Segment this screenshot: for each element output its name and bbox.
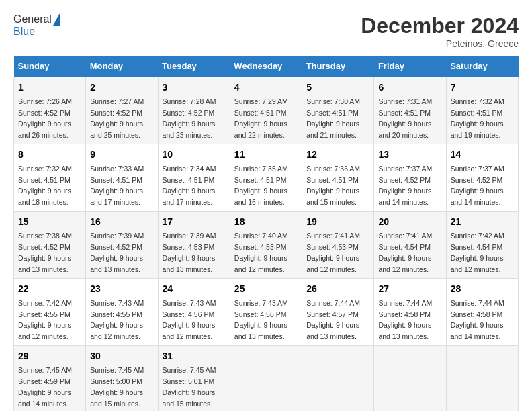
day-number: 1 (18, 81, 81, 95)
day-number: 18 (234, 215, 298, 229)
day-info: Sunrise: 7:32 AM Sunset: 4:51 PM Dayligh… (18, 165, 72, 206)
day-number: 2 (90, 81, 153, 95)
day-info: Sunrise: 7:28 AM Sunset: 4:52 PM Dayligh… (163, 97, 216, 139)
day-number: 13 (378, 148, 441, 162)
day-info: Sunrise: 7:45 AM Sunset: 5:00 PM Dayligh… (90, 366, 144, 408)
calendar-week-row: 1 Sunrise: 7:26 AM Sunset: 4:52 PM Dayli… (14, 77, 519, 144)
calendar-table: Sunday Monday Tuesday Wednesday Thursday… (13, 56, 519, 411)
day-info: Sunrise: 7:42 AM Sunset: 4:54 PM Dayligh… (451, 232, 504, 273)
calendar-week-row: 8 Sunrise: 7:32 AM Sunset: 4:51 PM Dayli… (14, 144, 519, 212)
table-row: 18 Sunrise: 7:40 AM Sunset: 4:53 PM Dayl… (230, 212, 302, 279)
day-info: Sunrise: 7:41 AM Sunset: 4:54 PM Dayligh… (378, 232, 432, 273)
day-info: Sunrise: 7:39 AM Sunset: 4:52 PM Dayligh… (90, 232, 144, 273)
table-row: 9 Sunrise: 7:33 AM Sunset: 4:51 PM Dayli… (86, 144, 158, 212)
day-info: Sunrise: 7:32 AM Sunset: 4:51 PM Dayligh… (451, 97, 504, 139)
day-info: Sunrise: 7:33 AM Sunset: 4:51 PM Dayligh… (90, 165, 144, 206)
day-info: Sunrise: 7:40 AM Sunset: 4:53 PM Dayligh… (234, 232, 288, 273)
day-info: Sunrise: 7:44 AM Sunset: 4:57 PM Dayligh… (306, 299, 360, 340)
day-number: 28 (451, 282, 514, 296)
day-info: Sunrise: 7:29 AM Sunset: 4:51 PM Dayligh… (234, 97, 288, 139)
table-row: 23 Sunrise: 7:43 AM Sunset: 4:55 PM Dayl… (86, 279, 158, 346)
day-number: 22 (18, 282, 81, 296)
col-tuesday: Tuesday (158, 56, 230, 77)
table-row: 4 Sunrise: 7:29 AM Sunset: 4:51 PM Dayli… (230, 77, 302, 144)
table-row: 16 Sunrise: 7:39 AM Sunset: 4:52 PM Dayl… (86, 212, 158, 279)
day-number: 29 (18, 349, 81, 363)
table-row: 26 Sunrise: 7:44 AM Sunset: 4:57 PM Dayl… (302, 279, 374, 346)
table-row: 29 Sunrise: 7:45 AM Sunset: 4:59 PM Dayl… (14, 346, 86, 412)
day-number: 23 (90, 282, 153, 296)
calendar-week-row: 22 Sunrise: 7:42 AM Sunset: 4:55 PM Dayl… (14, 279, 519, 346)
table-row: 3 Sunrise: 7:28 AM Sunset: 4:52 PM Dayli… (158, 77, 230, 144)
day-info: Sunrise: 7:42 AM Sunset: 4:55 PM Dayligh… (18, 299, 72, 340)
day-number: 14 (451, 148, 514, 162)
day-info: Sunrise: 7:37 AM Sunset: 4:52 PM Dayligh… (451, 165, 504, 206)
table-row: 12 Sunrise: 7:36 AM Sunset: 4:51 PM Dayl… (302, 144, 374, 212)
day-info: Sunrise: 7:38 AM Sunset: 4:52 PM Dayligh… (18, 232, 72, 273)
day-info: Sunrise: 7:30 AM Sunset: 4:51 PM Dayligh… (306, 97, 360, 139)
table-row (230, 346, 302, 412)
table-row: 20 Sunrise: 7:41 AM Sunset: 4:54 PM Dayl… (374, 212, 446, 279)
table-row (302, 346, 374, 412)
day-info: Sunrise: 7:36 AM Sunset: 4:51 PM Dayligh… (306, 165, 360, 206)
day-number: 24 (163, 282, 226, 296)
logo-blue-text: Blue (13, 26, 35, 38)
table-row: 19 Sunrise: 7:41 AM Sunset: 4:53 PM Dayl… (302, 212, 374, 279)
day-number: 4 (234, 81, 298, 95)
day-number: 6 (378, 81, 441, 95)
day-number: 16 (90, 215, 153, 229)
day-info: Sunrise: 7:43 AM Sunset: 4:56 PM Dayligh… (163, 299, 216, 340)
day-info: Sunrise: 7:41 AM Sunset: 4:53 PM Dayligh… (306, 232, 360, 273)
table-row: 25 Sunrise: 7:43 AM Sunset: 4:56 PM Dayl… (230, 279, 302, 346)
day-number: 10 (163, 148, 226, 162)
col-friday: Friday (374, 56, 446, 77)
day-info: Sunrise: 7:27 AM Sunset: 4:52 PM Dayligh… (90, 97, 144, 139)
table-row: 7 Sunrise: 7:32 AM Sunset: 4:51 PM Dayli… (446, 77, 518, 144)
table-row: 17 Sunrise: 7:39 AM Sunset: 4:53 PM Dayl… (158, 212, 230, 279)
table-row: 28 Sunrise: 7:44 AM Sunset: 4:58 PM Dayl… (446, 279, 518, 346)
table-row: 8 Sunrise: 7:32 AM Sunset: 4:51 PM Dayli… (14, 144, 86, 212)
day-number: 27 (378, 282, 441, 296)
day-info: Sunrise: 7:45 AM Sunset: 5:01 PM Dayligh… (163, 366, 216, 408)
day-info: Sunrise: 7:44 AM Sunset: 4:58 PM Dayligh… (378, 299, 432, 340)
day-number: 11 (234, 148, 298, 162)
table-row: 24 Sunrise: 7:43 AM Sunset: 4:56 PM Dayl… (158, 279, 230, 346)
day-number: 21 (451, 215, 514, 229)
table-row: 5 Sunrise: 7:30 AM Sunset: 4:51 PM Dayli… (302, 77, 374, 144)
col-thursday: Thursday (302, 56, 374, 77)
location-text: Peteinos, Greece (361, 38, 519, 49)
day-number: 26 (306, 282, 369, 296)
month-title: December 2024 (361, 13, 519, 38)
day-info: Sunrise: 7:26 AM Sunset: 4:52 PM Dayligh… (18, 97, 72, 139)
table-row: 13 Sunrise: 7:37 AM Sunset: 4:52 PM Dayl… (374, 144, 446, 212)
day-number: 5 (306, 81, 369, 95)
day-info: Sunrise: 7:43 AM Sunset: 4:56 PM Dayligh… (234, 299, 288, 340)
day-info: Sunrise: 7:39 AM Sunset: 4:53 PM Dayligh… (163, 232, 216, 273)
page-header: General Blue December 2024 Peteinos, Gre… (13, 13, 519, 49)
day-number: 12 (306, 148, 369, 162)
day-number: 15 (18, 215, 81, 229)
col-sunday: Sunday (14, 56, 86, 77)
day-info: Sunrise: 7:43 AM Sunset: 4:55 PM Dayligh… (90, 299, 144, 340)
table-row: 15 Sunrise: 7:38 AM Sunset: 4:52 PM Dayl… (14, 212, 86, 279)
table-row: 2 Sunrise: 7:27 AM Sunset: 4:52 PM Dayli… (86, 77, 158, 144)
day-number: 9 (90, 148, 153, 162)
table-row (446, 346, 518, 412)
day-number: 25 (234, 282, 298, 296)
table-row: 30 Sunrise: 7:45 AM Sunset: 5:00 PM Dayl… (86, 346, 158, 412)
title-block: December 2024 Peteinos, Greece (361, 13, 519, 49)
table-row: 27 Sunrise: 7:44 AM Sunset: 4:58 PM Dayl… (374, 279, 446, 346)
calendar-week-row: 15 Sunrise: 7:38 AM Sunset: 4:52 PM Dayl… (14, 212, 519, 279)
table-row: 6 Sunrise: 7:31 AM Sunset: 4:51 PM Dayli… (374, 77, 446, 144)
logo-triangle-icon (53, 13, 60, 26)
day-number: 8 (18, 148, 81, 162)
table-row: 1 Sunrise: 7:26 AM Sunset: 4:52 PM Dayli… (14, 77, 86, 144)
col-saturday: Saturday (446, 56, 518, 77)
calendar-header-row: Sunday Monday Tuesday Wednesday Thursday… (14, 56, 519, 77)
table-row: 14 Sunrise: 7:37 AM Sunset: 4:52 PM Dayl… (446, 144, 518, 212)
col-wednesday: Wednesday (230, 56, 302, 77)
day-info: Sunrise: 7:31 AM Sunset: 4:51 PM Dayligh… (378, 97, 432, 139)
day-info: Sunrise: 7:34 AM Sunset: 4:51 PM Dayligh… (163, 165, 216, 206)
table-row (374, 346, 446, 412)
table-row: 31 Sunrise: 7:45 AM Sunset: 5:01 PM Dayl… (158, 346, 230, 412)
